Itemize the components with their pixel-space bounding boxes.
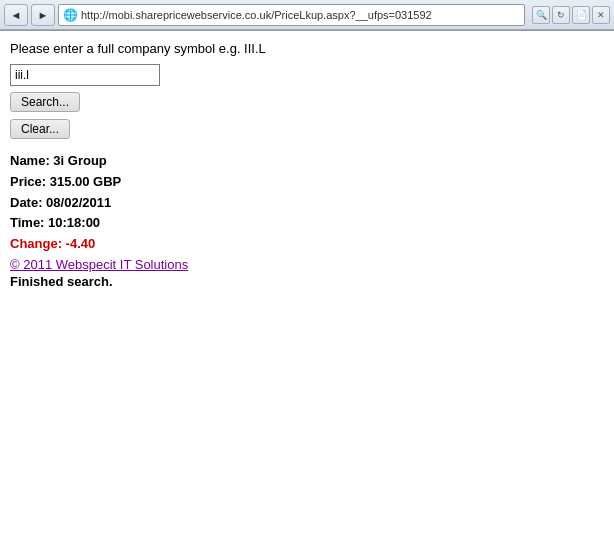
instruction-text: Please enter a full company symbol e.g. …	[10, 41, 604, 56]
navigation-bar: ◄ ► 🌐 http://mobi.sharepricewebservice.c…	[0, 0, 614, 30]
forward-button[interactable]: ►	[31, 4, 55, 26]
result-section: Name: 3i Group Price: 315.00 GBP Date: 0…	[10, 151, 604, 289]
page-content: Please enter a full company symbol e.g. …	[0, 31, 614, 299]
refresh-icon: ↻	[557, 10, 565, 20]
address-bar[interactable]: 🌐 http://mobi.sharepricewebservice.co.uk…	[58, 4, 525, 26]
refresh-button[interactable]: ↻	[552, 6, 570, 24]
address-text: http://mobi.sharepricewebservice.co.uk/P…	[81, 9, 520, 21]
symbol-input[interactable]	[10, 64, 160, 86]
result-change: Change: -4.40	[10, 234, 604, 255]
address-actions: 🔍 ↻ 📄 ✕	[532, 6, 610, 24]
result-name: Name: 3i Group	[10, 151, 604, 172]
search-button-row: Search...	[10, 92, 604, 116]
clear-button[interactable]: Clear...	[10, 119, 70, 139]
globe-icon: 🌐	[63, 8, 78, 22]
back-button[interactable]: ◄	[4, 4, 28, 26]
copyright-link[interactable]: © 2011 Webspecit IT Solutions	[10, 257, 604, 272]
result-price: Price: 315.00 GBP	[10, 172, 604, 193]
search-button[interactable]: Search...	[10, 92, 80, 112]
finished-text: Finished search.	[10, 274, 604, 289]
clear-button-row: Clear...	[10, 119, 604, 143]
forward-icon: ►	[38, 9, 49, 21]
search-address-button[interactable]: 🔍	[532, 6, 550, 24]
search-icon: 🔍	[536, 10, 547, 20]
back-icon: ◄	[11, 9, 22, 21]
browser-chrome: ◄ ► 🌐 http://mobi.sharepricewebservice.c…	[0, 0, 614, 31]
close-button[interactable]: ✕	[592, 6, 610, 24]
result-date: Date: 08/02/2011	[10, 193, 604, 214]
close-icon: ✕	[597, 10, 605, 20]
page-icon: 📄	[576, 10, 587, 20]
page-button[interactable]: 📄	[572, 6, 590, 24]
result-time: Time: 10:18:00	[10, 213, 604, 234]
